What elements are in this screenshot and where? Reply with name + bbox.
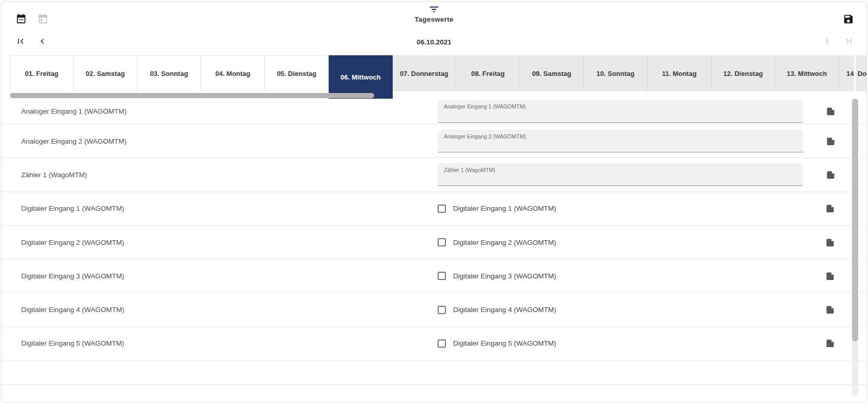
table-row: Digitaler Eingang 5 (WAGOMTM) Digitaler … xyxy=(2,327,867,361)
tab-03-sonntag[interactable]: 03. Sonntag xyxy=(137,55,201,91)
filter-icon xyxy=(428,5,440,14)
tab-01-freitag[interactable]: 01. Freitag xyxy=(10,55,74,91)
analog-input-2-field[interactable] xyxy=(438,130,803,152)
table-row: Analoger Eingang 2 (WAGOMTM) xyxy=(2,124,867,158)
horizontal-scrollbar[interactable] xyxy=(10,93,374,98)
page-title: Tageswerte xyxy=(2,15,866,23)
digital-input-1-checkbox[interactable] xyxy=(438,205,446,213)
table-row: Digitaler Eingang 3 (WAGOMTM) Digitaler … xyxy=(2,259,867,293)
day-tab-strip: 01. Freitag 02. Samstag 03. Sonntag 04. … xyxy=(10,55,867,99)
file-icon xyxy=(825,338,835,348)
tab-04-montag[interactable]: 04. Montag xyxy=(201,55,265,91)
tab-07-donnerstag[interactable]: 07. Donnerstag xyxy=(393,55,457,91)
file-icon xyxy=(826,136,835,146)
copy-value-button[interactable] xyxy=(825,338,835,348)
tab-13-mittwoch[interactable]: 13. Mittwoch xyxy=(775,55,839,91)
row-label: Analoger Eingang 2 (WAGOMTM) xyxy=(21,137,438,145)
tab-12-dienstag[interactable]: 12. Dienstag xyxy=(712,55,776,91)
digital-input-5-checkbox[interactable] xyxy=(438,339,446,348)
row-label: Digitaler Eingang 3 (WAGOMTM) xyxy=(21,272,438,280)
copy-value-button[interactable] xyxy=(825,271,835,281)
table-row: Digitaler Eingang 4 (WAGOMTM) Digitaler … xyxy=(2,293,867,326)
copy-value-button[interactable] xyxy=(826,170,835,180)
row-label: Digitaler Eingang 5 (WAGOMTM) xyxy=(21,339,438,347)
row-label: Analoger Eingang 1 (WAGOMTM) xyxy=(21,107,438,115)
copy-value-button[interactable] xyxy=(825,305,835,315)
row-label: Digitaler Eingang 4 (WAGOMTM) xyxy=(21,306,438,314)
checkbox-label: Digitaler Eingang 5 (WAGOMTM) xyxy=(453,339,556,347)
tab-02-samstag[interactable]: 02. Samstag xyxy=(74,55,138,91)
tab-10-sonntag[interactable]: 10. Sonntag xyxy=(584,55,648,91)
table-row: Analoger Eingang 1 (WAGOMTM) xyxy=(2,99,867,124)
bottom-divider xyxy=(2,384,867,385)
tab-06-mittwoch-selected[interactable]: 06. Mittwoch xyxy=(329,55,393,99)
last-day-button-disabled[interactable] xyxy=(844,36,854,46)
tab-09-samstag[interactable]: 09. Samstag xyxy=(520,55,584,91)
tageswerte-panel: Tageswerte 06.10.2021 01. Freitag 02. Sa… xyxy=(1,1,867,402)
last-page-icon xyxy=(844,36,854,46)
copy-value-button[interactable] xyxy=(826,106,835,116)
tab-14-donnerstag[interactable]: 14. Donnerstag xyxy=(839,55,867,91)
save-button[interactable] xyxy=(843,13,854,25)
row-label: Digitaler Eingang 2 (WAGOMTM) xyxy=(21,239,438,246)
tab-08-freitag[interactable]: 08. Freitag xyxy=(456,55,520,91)
table-row: Digitaler Eingang 1 (WAGOMTM) Digitaler … xyxy=(2,192,867,226)
values-list: Analoger Eingang 1 (WAGOMTM) Analoger Ei… xyxy=(2,99,867,402)
table-row: Zähler 1 (WagoMTM) xyxy=(2,158,867,192)
analog-input-1-field[interactable] xyxy=(438,100,803,123)
next-day-button-disabled[interactable] xyxy=(822,36,832,46)
file-icon xyxy=(826,170,835,180)
counter-1-field[interactable] xyxy=(438,163,803,186)
file-icon xyxy=(825,305,835,315)
checkbox-label: Digitaler Eingang 1 (WAGOMTM) xyxy=(453,205,556,212)
tab-05-dienstag[interactable]: 05. Dienstag xyxy=(265,55,329,91)
vertical-scrollbar[interactable] xyxy=(852,99,858,341)
table-row: Digitaler Eingang 2 (WAGOMTM) Digitaler … xyxy=(2,226,867,259)
save-icon xyxy=(843,13,854,25)
tab-11-montag[interactable]: 11. Montag xyxy=(648,55,712,91)
vertical-scrollbar-track xyxy=(852,99,858,396)
chevron-right-icon xyxy=(822,36,832,46)
copy-value-button[interactable] xyxy=(825,238,835,247)
digital-input-2-checkbox[interactable] xyxy=(438,238,446,246)
file-icon xyxy=(826,106,835,116)
file-icon xyxy=(825,271,835,281)
checkbox-label: Digitaler Eingang 3 (WAGOMTM) xyxy=(453,272,556,280)
checkbox-label: Digitaler Eingang 4 (WAGOMTM) xyxy=(453,306,556,314)
copy-value-button[interactable] xyxy=(825,204,835,213)
file-icon xyxy=(825,238,835,247)
row-label: Digitaler Eingang 1 (WAGOMTM) xyxy=(21,205,438,212)
copy-value-button[interactable] xyxy=(826,136,835,146)
checkbox-label: Digitaler Eingang 2 (WAGOMTM) xyxy=(453,239,556,246)
digital-input-4-checkbox[interactable] xyxy=(438,306,446,314)
filter-button[interactable] xyxy=(428,5,440,14)
selected-date: 06.10.2021 xyxy=(2,38,866,46)
file-icon xyxy=(825,204,835,213)
tab-strip-gutter xyxy=(854,55,856,94)
row-label: Zähler 1 (WagoMTM) xyxy=(21,171,438,179)
digital-input-3-checkbox[interactable] xyxy=(438,272,446,280)
